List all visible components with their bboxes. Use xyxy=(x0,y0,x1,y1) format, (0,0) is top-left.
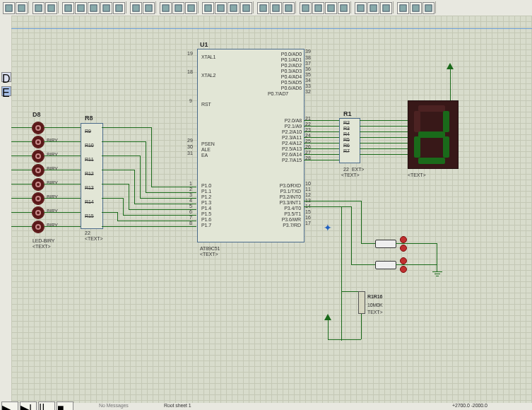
pin-p02: P0.2/AD2 xyxy=(268,63,302,68)
pinnum-30: 30 xyxy=(187,144,193,149)
wire xyxy=(44,141,81,142)
wire xyxy=(146,141,146,192)
center-icon[interactable] xyxy=(45,2,57,14)
run-script-icon[interactable] xyxy=(338,2,350,14)
pinnum-8: 8 xyxy=(189,221,192,226)
toolbar-separator xyxy=(58,1,59,13)
led-d2[interactable] xyxy=(32,136,45,148)
redo-icon[interactable] xyxy=(143,2,155,14)
step-button[interactable]: ▶| xyxy=(20,402,37,410)
pan-icon[interactable] xyxy=(62,2,74,14)
zoom-area-icon[interactable] xyxy=(113,2,125,14)
pinnum-33: 33 xyxy=(305,83,311,88)
check-icon[interactable] xyxy=(367,2,379,14)
play-button[interactable]: ▶ xyxy=(1,402,18,410)
ungroup-icon[interactable] xyxy=(227,2,240,14)
pin-p36: P3.6/WR xyxy=(264,217,301,222)
cut-icon[interactable] xyxy=(160,2,172,14)
button-actuator-1-icon[interactable] xyxy=(400,236,407,243)
button-actuator-2b-icon[interactable] xyxy=(400,266,407,273)
pinnum-16: 16 xyxy=(305,215,311,220)
wire xyxy=(450,69,451,100)
led-d1[interactable] xyxy=(32,122,45,134)
grid-toggle-icon[interactable] xyxy=(32,2,45,14)
zoom-fit-icon[interactable] xyxy=(100,2,112,14)
wire xyxy=(437,243,437,271)
wire xyxy=(328,339,342,340)
find-icon[interactable] xyxy=(312,2,324,14)
wire xyxy=(134,170,135,204)
undo-icon[interactable] xyxy=(130,2,142,14)
button-actuator-2-icon[interactable] xyxy=(400,257,407,264)
svg-rect-15 xyxy=(218,5,224,11)
zoom-out-icon[interactable] xyxy=(88,2,100,14)
align-icon[interactable] xyxy=(202,2,214,14)
wire xyxy=(341,339,361,340)
open-icon[interactable] xyxy=(16,2,28,14)
wire xyxy=(140,156,141,198)
design-explorer-icon[interactable] xyxy=(300,2,312,14)
pause-button[interactable]: || xyxy=(38,402,55,410)
schematic-canvas[interactable]: U1 AT89C51 <TEXT> XTAL1 19 XTAL2 18 RST … xyxy=(11,16,532,404)
refresh-icon[interactable] xyxy=(283,2,295,14)
led-d5[interactable] xyxy=(32,178,45,191)
search-icon[interactable] xyxy=(257,2,269,14)
stop-button[interactable]: ■ xyxy=(57,402,73,410)
pinnum-6: 6 xyxy=(189,209,192,214)
led-d4[interactable] xyxy=(32,164,45,177)
led-d7[interactable] xyxy=(32,206,45,219)
copy-icon[interactable] xyxy=(172,2,184,14)
toolbar-separator xyxy=(198,1,199,13)
paste-icon[interactable] xyxy=(185,2,197,14)
led-d8[interactable] xyxy=(32,221,45,233)
tools-icon[interactable] xyxy=(325,2,337,14)
r16-ref: R1R16 xyxy=(367,294,382,299)
led-ref: D8 xyxy=(32,111,41,118)
wire xyxy=(304,131,339,132)
pinnum-36: 36 xyxy=(305,66,311,71)
ares-icon[interactable] xyxy=(422,2,435,14)
pinnum-1: 1 xyxy=(189,181,192,186)
wire xyxy=(11,156,32,156)
svg-rect-21 xyxy=(302,5,309,11)
wire xyxy=(44,212,81,213)
arc-icon[interactable] xyxy=(270,2,282,14)
group-icon[interactable] xyxy=(215,2,227,14)
rpack-ref: R1 xyxy=(343,110,352,117)
svg-rect-10 xyxy=(146,5,152,11)
wire xyxy=(304,154,339,155)
pin-p25: P2.5/A13 xyxy=(268,146,302,151)
wire xyxy=(117,221,196,221)
side-tab-e[interactable]: E xyxy=(1,86,11,96)
export-icon[interactable] xyxy=(397,2,409,14)
resistor-pack-right[interactable] xyxy=(339,118,360,163)
button-actuator-1b-icon[interactable] xyxy=(400,245,407,252)
svg-rect-13 xyxy=(188,5,194,11)
zoom-in-icon[interactable] xyxy=(75,2,87,14)
led-d6[interactable] xyxy=(32,192,45,205)
push-button-2[interactable] xyxy=(375,261,396,269)
gnd-bar-icon xyxy=(432,271,442,272)
led-d3[interactable] xyxy=(32,150,45,163)
layer-icon[interactable] xyxy=(240,2,252,14)
resistor-r16[interactable] xyxy=(358,291,365,314)
wire xyxy=(304,201,362,201)
svg-rect-3 xyxy=(48,5,54,11)
add-sheet-icon[interactable] xyxy=(355,2,367,14)
new-file-icon[interactable] xyxy=(3,2,15,14)
svg-rect-7 xyxy=(103,5,110,11)
vcc-arrow-icon xyxy=(447,63,454,69)
svg-rect-0 xyxy=(6,5,12,11)
pin-ea: EA xyxy=(201,153,208,158)
netlist-icon[interactable] xyxy=(380,2,392,14)
pin-p37: P3.7/RD xyxy=(264,223,301,228)
pin-p03: P0.3/AD3 xyxy=(268,69,302,74)
import-icon[interactable] xyxy=(410,2,422,14)
svg-rect-2 xyxy=(35,5,42,11)
push-button-1[interactable] xyxy=(375,240,396,248)
wire xyxy=(304,143,339,144)
wire xyxy=(140,198,196,199)
side-tab-d[interactable]: D xyxy=(1,72,11,82)
wire xyxy=(360,154,408,155)
seven-segment-display[interactable] xyxy=(408,100,459,169)
